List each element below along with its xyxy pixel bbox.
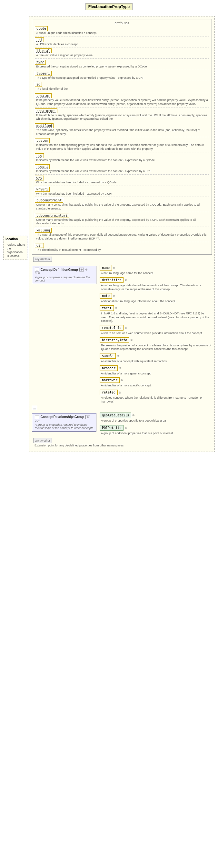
attr-name-howuri: howuri xyxy=(35,164,50,169)
related-expand[interactable]: ⊕ xyxy=(119,391,121,394)
attr-custom: custom Indicates that the corresponding … xyxy=(35,138,209,151)
attr-desc-whyuri: Why the metadata has been included - exp… xyxy=(36,192,209,196)
elem-hierarchyinfo-row: hierarchyInfo ⊕ Represents the position … xyxy=(100,337,212,351)
elem-remoteinfo: remoteInfo xyxy=(100,325,123,331)
elem-poi-row: POIDetails ⊕ A group of additional prope… xyxy=(100,425,212,435)
elem-related-row: related ⊕ A related concept, where the r… xyxy=(100,389,212,403)
attr-desc-custom: Indicates that the corresponding propert… xyxy=(36,143,209,151)
attr-name-creator: creator xyxy=(35,93,51,98)
attr-name-modified: modified xyxy=(35,123,53,128)
facet-expand[interactable]: ⊕ xyxy=(115,306,117,310)
page-title: FlexLocationPropType xyxy=(85,3,133,10)
attr-id: id The local identifier of the xyxy=(35,82,209,91)
attr-desc-how: Indicates by which means the value was e… xyxy=(36,158,209,162)
definition-expand[interactable]: ⊕ xyxy=(124,278,127,281)
elem-name-row: name ⊕ A natural language name for the c… xyxy=(100,265,212,275)
attr-desc-id: The local identifier of the xyxy=(36,87,209,91)
attr-whyuri: whyuri Why the metadata has been include… xyxy=(35,187,209,196)
elem-hierarchyinfo: hierarchyInfo xyxy=(100,337,129,343)
elem-geoarea-desc: A group of properties specific to a geop… xyxy=(101,419,212,423)
attr-name-typeuri: typeuri xyxy=(35,71,51,76)
elem-poi-desc: A group of additional properties that is… xyxy=(101,432,212,435)
elem-note-row: note ⊕ Additional natural language infor… xyxy=(100,292,212,303)
attr-desc-pubconstraint: One or many constraints that apply to pu… xyxy=(36,203,209,211)
attr-name-whyuri: whyuri xyxy=(35,187,50,192)
broader-expand[interactable]: ⊕ xyxy=(119,366,121,370)
elem-broader: broader xyxy=(100,365,118,371)
attr-how: how Indicates by which means the value w… xyxy=(35,153,209,162)
elem-related-desc: A related concept, where the relationshi… xyxy=(101,396,212,403)
elem-name-desc: A natural language name for the concept. xyxy=(101,272,154,275)
attr-desc-pubconstrainturi: One or many constraints that apply to pu… xyxy=(36,218,209,226)
any-other-row: any ##other xyxy=(33,257,212,262)
elem-sameas: sameAs xyxy=(100,353,116,359)
location-desc: A place where the organisation is locate… xyxy=(7,243,25,258)
name-expand[interactable]: ⊕ xyxy=(113,266,115,270)
attr-desc-xmllang: The natural language of this property an… xyxy=(36,233,209,241)
concept-def-range: 0..∞ xyxy=(35,272,40,275)
bottom-desc: Extension point for any de-defined prope… xyxy=(35,444,212,448)
hierarchyinfo-expand[interactable]: ⊕ xyxy=(130,338,133,342)
attr-name-qcode: qcode xyxy=(35,26,48,31)
poi-expand[interactable]: ⊕ xyxy=(124,426,127,430)
attr-modified: modified The date (and, optionally, the … xyxy=(35,123,209,136)
elem-geoarea: geoAreaDetails xyxy=(100,412,131,418)
attr-name-type: type xyxy=(35,60,46,65)
elem-hierarchyinfo-desc: Represents the position of a concept in … xyxy=(101,344,212,351)
attr-desc-qcode: A quasi-unique code which identifies a c… xyxy=(36,31,209,35)
elem-remoteinfo-desc: A link to an item or a web source which … xyxy=(101,332,203,335)
note-expand[interactable]: ⊕ xyxy=(113,294,115,298)
concept-rel-group-label: ConceptRelationshipsGroup xyxy=(41,415,84,418)
attr-literal: literal A free-text value assigned as pr… xyxy=(35,49,209,58)
elem-facet: facet xyxy=(100,305,114,311)
diagram-container: FlexLocationPropType location A place wh… xyxy=(0,0,218,868)
attr-name-xmllang: xmllang xyxy=(35,228,51,233)
attr-pubconstraint: pubconstraint One or many constraints th… xyxy=(35,198,209,211)
attr-desc-uri: A URI which identifies a concept. xyxy=(36,42,209,46)
attr-desc-creator: If the property value is not defined, sp… xyxy=(36,98,209,106)
location-title: location xyxy=(5,237,25,241)
location-box: location A place where the organisation … xyxy=(3,236,27,260)
concept-rel-range: 0..∞ xyxy=(35,419,40,422)
concept-rel-expand-icon[interactable]: ... xyxy=(35,415,39,419)
elem-narrower-desc: An identifier of a more specific concept… xyxy=(101,384,152,388)
attr-desc-why: Why the metadata has been included - exp… xyxy=(36,181,209,185)
concept-def-plus-icon[interactable]: ⊕ xyxy=(79,268,84,272)
attr-name-uri: uri xyxy=(35,37,44,42)
attr-howuri: howuri Indicates by which means the valu… xyxy=(35,164,209,173)
attr-desc-typeuri: The type of the concept assigned as cont… xyxy=(36,76,209,80)
sameas-expand[interactable]: ⊕ xyxy=(117,354,119,358)
concept-rel-plus-icon[interactable]: ⊕ xyxy=(85,415,90,419)
geoarea-expand[interactable]: ⊕ xyxy=(132,413,135,417)
concept-def-expand-icon[interactable]: ... xyxy=(35,268,39,272)
elem-broader-row: broader ⊕ An identifier of a more generi… xyxy=(100,365,212,376)
attr-name-how: how xyxy=(35,153,44,158)
attr-name-id: id xyxy=(35,82,42,87)
concept-rel-group-desc: A group of properties required to indica… xyxy=(35,423,94,430)
attr-name-dir: dir xyxy=(35,243,44,248)
any-other-label: any ##other xyxy=(33,257,52,262)
attr-desc-type: Expressed the concept assigned as contro… xyxy=(36,65,209,69)
attr-desc-modified: The date (and, optionally, the time) whe… xyxy=(36,128,209,136)
attributes-header: attributes xyxy=(35,21,209,25)
elem-related: related xyxy=(100,390,118,395)
attr-name-literal: literal xyxy=(35,49,51,53)
elem-facet-row: facet ⊕ In NAR 1.8 and later, facet is d… xyxy=(100,305,212,323)
narrower-expand[interactable]: ⊕ xyxy=(121,379,123,382)
concept-definition-group-box: ... ConceptDefinitionGroup ⊕ ⊕ 0..∞ A gr… xyxy=(32,266,97,284)
attr-qcode: qcode A quasi-unique code which identifi… xyxy=(35,26,209,35)
attr-name-pubconstrainturi: pubconstrainturi xyxy=(35,213,69,218)
bottom-any-other-row: any ##other Extension point for any de-d… xyxy=(33,438,212,448)
remoteinfo-expand[interactable]: ⊕ xyxy=(124,327,127,330)
elem-definition-row: definition ⊕ A natural language definiti… xyxy=(100,277,212,291)
concept-def-group-label: ConceptDefinitionGroup xyxy=(41,268,78,272)
elem-broader-desc: An identifier of a more generic concept. xyxy=(101,372,152,376)
attr-name-custom: custom xyxy=(35,138,50,143)
connector-expand-icon[interactable]: ... xyxy=(32,406,37,410)
attr-dir: dir The directionality of textual conten… xyxy=(35,243,209,252)
attributes-group: attributes qcode A quasi-unique code whi… xyxy=(32,19,212,255)
elem-note: note xyxy=(100,293,112,299)
elem-note-desc: Additional natural language information … xyxy=(101,300,176,303)
attr-name-pubconstraint: pubconstraint xyxy=(35,198,63,203)
elem-sameas-desc: An identifier of a concept with equivale… xyxy=(101,360,167,364)
